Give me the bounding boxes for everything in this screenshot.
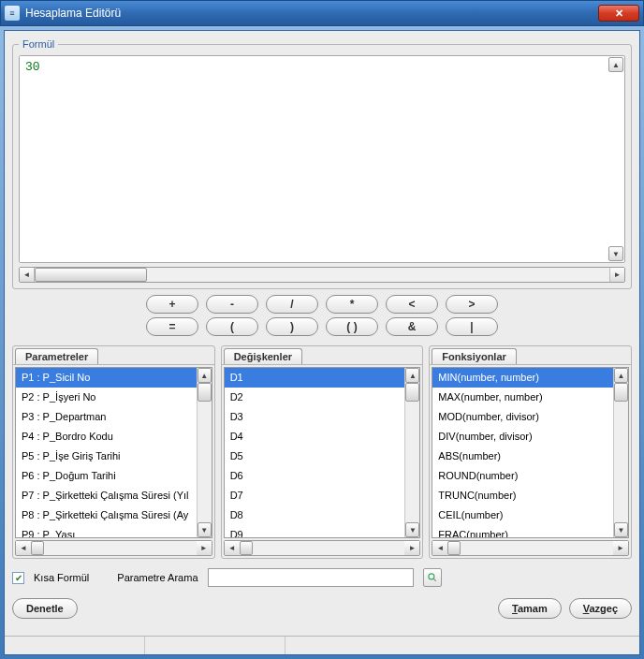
search-button[interactable]: [423, 568, 442, 587]
params-scroll-up[interactable]: ▲: [198, 368, 212, 383]
operator-button[interactable]: *: [326, 295, 378, 314]
operator-button[interactable]: >: [446, 295, 498, 314]
list-item[interactable]: CEIL(number): [432, 505, 613, 525]
params-scroll-thumb[interactable]: [198, 383, 212, 402]
search-label: Parametre Arama: [117, 572, 198, 583]
operator-button[interactable]: &: [386, 317, 438, 336]
ok-button[interactable]: Tamam: [498, 598, 562, 619]
params-scroll-down[interactable]: ▼: [198, 522, 212, 537]
editor-scroll-up[interactable]: ▲: [608, 57, 623, 72]
close-button[interactable]: ✕: [598, 5, 639, 22]
operator-button[interactable]: +: [146, 295, 198, 314]
list-item[interactable]: P9 : P_Yaşı: [16, 525, 197, 537]
list-item[interactable]: D2: [225, 388, 405, 407]
list-item[interactable]: D3: [225, 407, 405, 427]
vars-scroll-up[interactable]: ▲: [405, 368, 419, 383]
operator-button[interactable]: -: [206, 295, 258, 314]
tab-variables[interactable]: Değişkenler: [224, 348, 302, 364]
operator-button[interactable]: ): [266, 317, 318, 336]
app-icon: ≡: [5, 6, 20, 21]
list-item[interactable]: P4 : P_Bordro Kodu: [16, 427, 197, 447]
list-item[interactable]: D8: [225, 505, 405, 525]
operator-button[interactable]: (: [206, 317, 258, 336]
editor-scroll-down[interactable]: ▼: [608, 246, 623, 261]
svg-point-0: [428, 574, 433, 579]
list-item[interactable]: D5: [225, 447, 405, 466]
list-item[interactable]: TRUNC(number): [432, 486, 613, 505]
vars-hscroll[interactable]: ◄►: [224, 540, 421, 556]
funcs-scroll-thumb[interactable]: [614, 383, 628, 402]
list-item[interactable]: DIV(number, divisor): [432, 427, 613, 447]
tab-functions[interactable]: Fonksiyonlar: [432, 348, 516, 364]
tab-parameters[interactable]: Parametreler: [15, 348, 98, 364]
list-item[interactable]: MIN(number, number): [432, 368, 613, 388]
list-item[interactable]: D6: [225, 466, 405, 486]
list-item[interactable]: ROUND(number): [432, 466, 613, 486]
status-bar: [5, 636, 639, 654]
operator-button[interactable]: =: [146, 317, 198, 336]
cancel-button[interactable]: Vazgeç: [569, 598, 632, 619]
list-item[interactable]: P5 : P_İşe Giriş Tarihi: [16, 447, 197, 466]
list-item[interactable]: P2 : P_İşyeri No: [16, 388, 197, 407]
formula-legend: Formül: [19, 38, 58, 50]
hscroll-left[interactable]: ◄: [20, 268, 35, 282]
list-item[interactable]: D9: [225, 525, 405, 537]
operator-button[interactable]: |: [446, 317, 498, 336]
operator-button[interactable]: /: [266, 295, 318, 314]
list-item[interactable]: P6 : P_Doğum Tarihi: [16, 466, 197, 486]
parameter-search-input[interactable]: [208, 568, 414, 587]
list-item[interactable]: P7 : P_Şirketteki Çalışma Süresi (Yıl: [16, 486, 197, 505]
functions-panel: Fonksiyonlar MIN(number, number)MAX(numb…: [429, 345, 632, 559]
hscroll-thumb[interactable]: [35, 268, 147, 282]
variables-panel: Değişkenler D1D2D3D4D5D6D7D8D9D10 ▲ ▼ ◄►: [221, 345, 424, 559]
operator-button[interactable]: ( ): [326, 317, 378, 336]
formula-editor[interactable]: [20, 56, 607, 262]
list-item[interactable]: P8 : P_Şirketteki Çalışma Süresi (Ay: [16, 505, 197, 525]
list-item[interactable]: D4: [225, 427, 405, 447]
list-item[interactable]: D1: [225, 368, 405, 388]
list-item[interactable]: MOD(number, divisor): [432, 407, 613, 427]
list-item[interactable]: FRAC(number): [432, 525, 613, 537]
list-item[interactable]: ABS(number): [432, 447, 613, 466]
list-item[interactable]: D7: [225, 486, 405, 505]
list-item[interactable]: MAX(number, number): [432, 388, 613, 407]
window-title: Hesaplama Editörü: [25, 7, 598, 20]
funcs-hscroll[interactable]: ◄►: [432, 540, 629, 556]
list-item[interactable]: P1 : P_Sicil No: [16, 368, 197, 388]
inspect-button[interactable]: Denetle: [12, 598, 78, 619]
search-icon: [427, 572, 438, 583]
operator-button[interactable]: <: [386, 295, 438, 314]
editor-hscroll[interactable]: ◄ ►: [19, 267, 625, 283]
titlebar[interactable]: ≡ Hesaplama Editörü ✕: [0, 0, 644, 26]
vars-scroll-thumb[interactable]: [405, 383, 419, 402]
short-formula-checkbox[interactable]: ✔: [12, 572, 24, 584]
params-hscroll[interactable]: ◄►: [15, 540, 212, 556]
parameters-panel: Parametreler P1 : P_Sicil NoP2 : P_İşyer…: [12, 345, 215, 559]
hscroll-right[interactable]: ►: [609, 268, 624, 282]
short-formula-label: Kısa Formül: [34, 572, 89, 583]
funcs-scroll-down[interactable]: ▼: [614, 522, 628, 537]
formula-group: Formül ▲ ▼ ◄ ►: [12, 38, 632, 289]
vars-scroll-down[interactable]: ▼: [405, 522, 419, 537]
list-item[interactable]: P3 : P_Departman: [16, 407, 197, 427]
funcs-scroll-up[interactable]: ▲: [614, 368, 628, 383]
svg-line-1: [433, 578, 436, 581]
